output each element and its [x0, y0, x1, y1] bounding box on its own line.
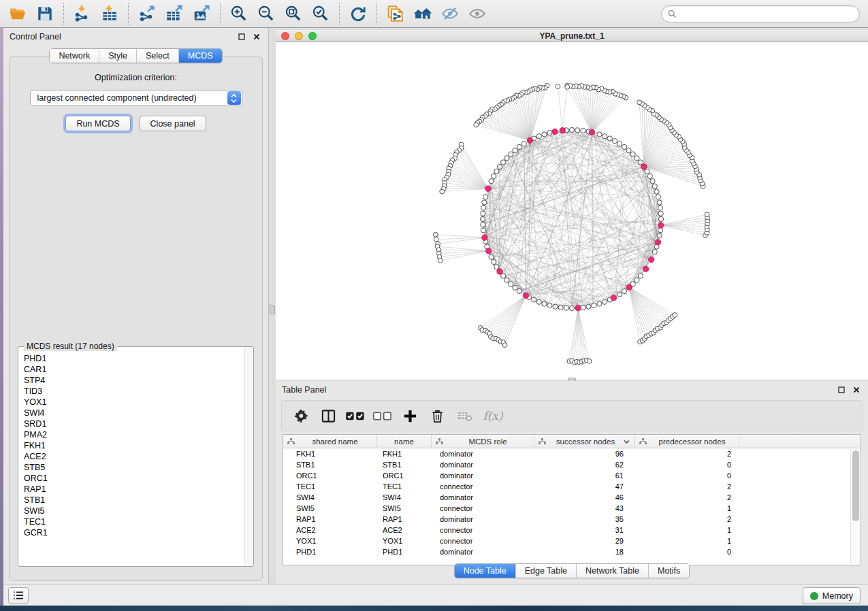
import-network-button[interactable]	[69, 2, 96, 25]
network-node[interactable]	[542, 132, 547, 137]
table-cell[interactable]: TEC1	[283, 481, 377, 492]
network-node[interactable]	[481, 205, 485, 210]
table-cell[interactable]: YOX1	[377, 535, 432, 546]
network-window-titlebar[interactable]: YPA_prune.txt_1	[276, 30, 868, 42]
table-cell[interactable]: SWI5	[377, 503, 432, 514]
criterion-dropdown[interactable]: largest connected component (undirected)	[30, 90, 242, 106]
table-cell[interactable]	[739, 535, 861, 546]
network-node[interactable]	[553, 304, 558, 309]
table-cell[interactable]: dominator	[432, 514, 534, 525]
table-cell[interactable]: 96	[534, 448, 635, 459]
minimize-traffic-light[interactable]	[295, 32, 303, 40]
network-leaf-node[interactable]	[502, 343, 507, 348]
mcds-result-list[interactable]: PHD1CAR1STP4TID3YOX1SWI4SRD1PMA2FKH1ACE2…	[20, 353, 244, 565]
network-hub-node[interactable]	[626, 284, 632, 290]
network-node[interactable]	[657, 200, 662, 205]
zoom-selected-button[interactable]	[307, 2, 334, 25]
table-cell[interactable]: SWI4	[377, 492, 432, 503]
network-node[interactable]	[489, 254, 494, 259]
network-hub-node[interactable]	[486, 248, 492, 254]
open-button[interactable]	[4, 2, 31, 25]
network-node[interactable]	[513, 148, 517, 153]
table-row-tec1[interactable]: TEC1TEC1connector472	[283, 481, 861, 492]
network-node[interactable]	[575, 128, 580, 133]
network-leaf-node[interactable]	[587, 359, 592, 363]
network-node[interactable]	[481, 228, 485, 233]
table-cell[interactable]: PHD1	[377, 546, 432, 557]
network-node[interactable]	[501, 160, 506, 165]
table-cell[interactable]: SWI4	[283, 492, 377, 503]
table-cell[interactable]: 29	[534, 535, 635, 546]
network-node[interactable]	[569, 127, 574, 132]
network-leaf-node[interactable]	[438, 259, 443, 263]
network-canvas[interactable]	[276, 42, 868, 380]
network-node[interactable]	[658, 211, 663, 216]
network-node[interactable]	[517, 144, 521, 149]
close-table-panel-button[interactable]	[851, 384, 862, 395]
column-header-name[interactable]: name	[377, 435, 432, 448]
table-row-swi5[interactable]: SWI5SWI5connector431	[283, 503, 861, 514]
table-cell[interactable]: RAP1	[283, 514, 377, 525]
table-cell[interactable]: STB1	[283, 459, 377, 470]
select-all-button[interactable]	[343, 404, 368, 427]
table-row-stb1[interactable]: STB1STB1dominator620	[283, 459, 861, 470]
network-hub-node[interactable]	[527, 137, 532, 143]
table-cell[interactable]	[739, 546, 861, 557]
search-input[interactable]	[681, 10, 853, 19]
network-node[interactable]	[602, 299, 607, 304]
network-node[interactable]	[521, 142, 526, 146]
network-node[interactable]	[492, 174, 496, 178]
network-node[interactable]	[658, 228, 662, 233]
tab-network[interactable]: Network	[50, 49, 99, 63]
table-cell[interactable]	[739, 470, 861, 481]
network-node[interactable]	[581, 305, 585, 310]
import-table-button[interactable]	[96, 2, 123, 25]
network-leaf-node[interactable]	[705, 212, 709, 217]
export-network-button[interactable]	[133, 2, 161, 25]
table-cell[interactable]: ACE2	[377, 525, 432, 535]
network-node[interactable]	[509, 152, 513, 156]
network-node[interactable]	[492, 260, 496, 265]
table-cell[interactable]: SWI5	[283, 503, 377, 514]
zoom-out-button[interactable]	[253, 2, 280, 25]
network-node[interactable]	[654, 189, 659, 194]
table-cell[interactable]: 0	[635, 470, 739, 481]
network-node[interactable]	[622, 288, 626, 293]
network-node[interactable]	[647, 174, 652, 178]
network-hub-node[interactable]	[497, 269, 502, 274]
network-node[interactable]	[592, 303, 596, 308]
network-hub-node[interactable]	[649, 257, 654, 262]
table-cell[interactable]	[739, 481, 861, 492]
table-row-orc1[interactable]: ORC1ORC1dominator610	[283, 470, 861, 481]
network-hub-node[interactable]	[560, 128, 565, 133]
table-cell[interactable]: ORC1	[377, 470, 432, 481]
export-image-button[interactable]	[188, 2, 215, 25]
table-cell[interactable]: 1	[635, 525, 739, 535]
memory-button[interactable]: Memory	[803, 587, 861, 604]
mcds-result-item[interactable]: STB1	[20, 495, 244, 506]
network-node[interactable]	[630, 152, 635, 156]
network-leaf-node[interactable]	[637, 100, 642, 105]
table-cell[interactable]: dominator	[432, 459, 534, 470]
table-row-swi4[interactable]: SWI4SWI4dominator462	[283, 492, 861, 503]
float-panel-button[interactable]	[236, 31, 247, 42]
network-leaf-node[interactable]	[556, 84, 560, 89]
first-neighbors-button[interactable]	[409, 2, 436, 25]
zoom-fit-button[interactable]	[280, 2, 307, 25]
show-all-button[interactable]	[464, 2, 491, 25]
split-pane-button[interactable]	[316, 404, 340, 427]
vertical-splitter-grip[interactable]	[270, 305, 275, 314]
table-cell[interactable]: connector	[432, 535, 534, 546]
network-node[interactable]	[542, 301, 547, 306]
table-cell[interactable]: PHD1	[283, 546, 377, 557]
network-node[interactable]	[558, 305, 563, 310]
network-search-box[interactable]	[661, 5, 860, 22]
mcds-result-item[interactable]: PMA2	[20, 429, 244, 440]
network-node[interactable]	[532, 297, 536, 302]
zoom-traffic-light[interactable]	[308, 32, 317, 40]
network-node[interactable]	[656, 195, 660, 199]
network-node[interactable]	[504, 278, 509, 282]
table-row-ace2[interactable]: ACE2ACE2connector311	[283, 525, 861, 535]
function-builder-button[interactable]: f(x)	[479, 404, 504, 427]
table-gear-button[interactable]	[289, 404, 313, 427]
